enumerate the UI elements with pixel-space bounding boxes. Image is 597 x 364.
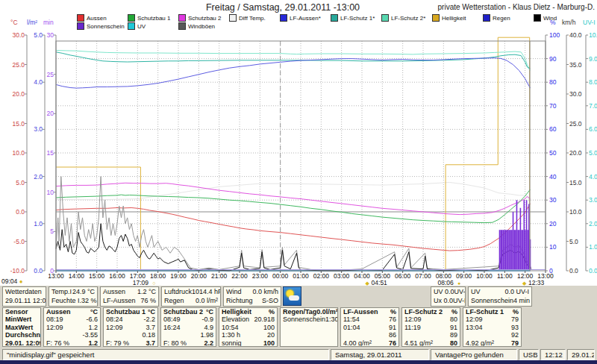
- reading-label: Aussen: [103, 287, 125, 296]
- reading-label: Temp.I: [51, 287, 72, 296]
- stats-column-lf-aussen: LF-Aussen%11:547601:0491864.00 g/m²76: [340, 307, 399, 347]
- stats-cell-value: 4.9: [204, 324, 213, 331]
- wind-axis-tick-label: 10.0: [569, 208, 582, 216]
- reading-value: 1014.4 hPa: [192, 287, 221, 296]
- stats-column-lf-schutz-1: LF-Schutz 1%12:097913:0493924.92 g/m²79: [463, 307, 522, 347]
- x-tick-label: 03:00: [334, 272, 350, 280]
- uv-value: 0.0 UV-I: [504, 287, 529, 296]
- stats-column-title: Helligkeit: [222, 308, 251, 316]
- series-bar-sonnenschein: [513, 230, 515, 270]
- cloud-icon: [289, 295, 299, 301]
- series-bar-sonnenschein: [507, 230, 508, 270]
- reading-label: 29.01.11 12:09: [5, 296, 46, 305]
- x-tick-label: 21:00: [211, 272, 228, 280]
- reading-value: 24.9 °C: [72, 287, 95, 296]
- x-tick-label: 15:00: [89, 272, 105, 280]
- stats-cell-value: 2.2: [204, 339, 213, 347]
- x-tick-label: 13:00: [48, 272, 64, 280]
- chart[interactable]: 30.025.020.015.010.05.00.0-5.0-10.0°C5.0…: [0, 0, 597, 287]
- temp-axis-tick-label: 30.0: [12, 31, 25, 39]
- stats-cell-value: 80: [450, 339, 457, 347]
- wind-axis-tick-label: 20.0: [569, 149, 582, 157]
- uv-line1: UV 0.0UV-I: [434, 287, 466, 296]
- wind-axis-tick-label: 40.0: [569, 31, 582, 39]
- sun-symbol-icon: ●: [19, 278, 23, 285]
- bottom-edge: [0, 360, 597, 364]
- wind-axis-tick-label: 25.0: [569, 120, 582, 128]
- stats-cell-value: 100: [263, 324, 275, 331]
- stats-cell-value: 86: [389, 331, 396, 339]
- stats-cell-value: 79: [511, 316, 519, 323]
- reading-panel-3: Luftdruck1014.4 hPaRegen0.0 l/m²: [161, 286, 221, 307]
- reading-value: 1.2 °C: [137, 287, 156, 296]
- astro-symbol-icon: ●: [457, 280, 460, 286]
- x-tick-label: 04:00: [354, 272, 370, 280]
- uv-label: Sonnenschein: [471, 296, 513, 305]
- stats-cell-label: Elevation: [222, 316, 249, 323]
- sunshine-axis-tick-label: 10: [47, 189, 54, 196]
- humidity-axis-header: %: [550, 19, 556, 26]
- stats-cell-label: 4.51 g/m²: [404, 339, 433, 347]
- reading-label: Wetterdaten: [5, 287, 42, 296]
- rain-axis-tick-label: 5.0: [34, 31, 43, 39]
- humidity-axis-tick-label: 80: [549, 78, 557, 86]
- reading-label: Feuchte I.: [51, 296, 81, 305]
- uv-axis-header: UV-I: [583, 19, 596, 26]
- stats-column-schutzbau-1: Schutzbau 1°C08:24-2.212:093.70.18F: 79 …: [103, 307, 158, 347]
- stats-column-aussen: Aussen°C08:19-6.612:091.2-3.55F: 76 %1.2: [43, 307, 101, 347]
- rain-axis-tick-label: 0.0: [34, 267, 43, 274]
- stats-row-label: MaxWert: [5, 324, 33, 331]
- reading-panel-1: Temp.I24.9 °CFeuchte I.32 %: [49, 286, 98, 307]
- stats-cell-label: 12:09: [404, 316, 422, 323]
- x-tick-label: 22:00: [231, 272, 248, 280]
- uv-value: 4 min: [513, 296, 530, 305]
- stats-cell-value: 1:30h: [325, 316, 338, 323]
- x-tick-label: 18:00: [150, 272, 166, 280]
- x-tick-label: 19:00: [170, 272, 187, 280]
- series-bar-sonnenschein: [527, 230, 528, 270]
- stats-column-helligkeit: Helligkeit%Elevation20.91810:541001:30 h…: [219, 307, 278, 347]
- status-clock-date: 29.01.2011: [567, 349, 595, 360]
- series-bar-sonnenschein: [510, 230, 511, 270]
- series-bar-sonnenschein: [517, 230, 519, 270]
- humidity-axis-tick-label: 90: [549, 55, 557, 63]
- series-bar-sonnenschein: [513, 212, 514, 270]
- reading-label: Luftdruck: [164, 287, 192, 296]
- stats-cell-value: 79: [511, 339, 519, 347]
- rain-axis-tick-label: 4.0: [34, 78, 43, 86]
- uv-line2: Ux 0.0UV-I: [434, 296, 466, 305]
- uv-label: UV: [471, 287, 481, 296]
- reading-value: 76 %: [140, 296, 156, 305]
- temp-axis-tick-label: -5.0: [13, 238, 25, 245]
- humidity-axis-tick-label: 10: [549, 243, 557, 251]
- series-bar-sonnenschein: [526, 200, 528, 270]
- temp-axis-tick-label: 0.0: [16, 208, 25, 216]
- stats-cell-value: 20: [267, 331, 275, 339]
- stats-cell-value: 92: [511, 331, 519, 339]
- uv-axis-tick-label: 3.0: [589, 196, 597, 204]
- reading-value: 0.0 km/h: [252, 287, 278, 296]
- stats-cell-label: 4.92 g/m²: [466, 339, 494, 347]
- stats-cell-label: F: 80 %: [163, 339, 187, 347]
- reading-label: Wind: [226, 287, 242, 296]
- temp-axis-tick-label: 15.0: [12, 120, 25, 128]
- series-bar-sonnenschein: [504, 230, 505, 270]
- x-tick-label: 07:00: [415, 272, 431, 280]
- status-device: VantagePro gefunden: [431, 349, 517, 360]
- reading-value: 32 %: [81, 296, 97, 305]
- stats-cell-label: 1:30 h: [222, 331, 240, 339]
- corner-time-label: 09:04: [1, 277, 17, 285]
- stats-label-column: SensorMinWertMaxWertDurchschnitt29.01. 1…: [2, 307, 41, 347]
- temp-axis-tick-label: 5.0: [16, 179, 25, 186]
- wind-axis-tick-label: 0.0: [569, 267, 578, 274]
- uv-readout-panel: UV 0.0UV-I Ux 0.0UV-I: [431, 286, 466, 307]
- sunshine-axis-tick-label: 5: [50, 228, 54, 235]
- stats-cell-label: 01:04: [343, 324, 360, 331]
- astro-symbol-icon: ◆: [366, 280, 370, 286]
- uv-axis-tick-label: 8.0: [589, 78, 597, 86]
- rain-axis-tick-label: 1.0: [34, 220, 43, 228]
- wind-axis-tick-label: 35.0: [569, 61, 582, 69]
- humidity-axis-tick-label: 40: [549, 173, 557, 181]
- reading-panel-0: Wetterdaten29.01.11 12:09: [2, 286, 46, 307]
- reading-label: Richtung: [226, 296, 253, 305]
